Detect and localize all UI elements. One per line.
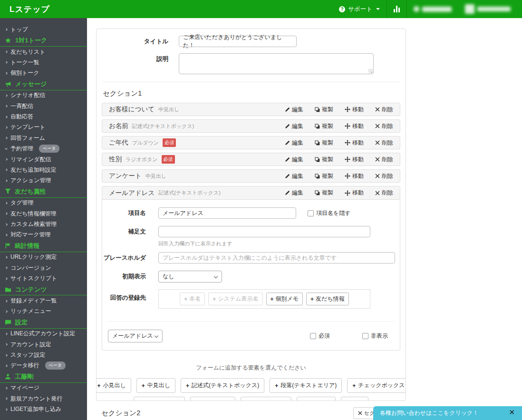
delete-button[interactable]: 削除 bbox=[375, 156, 393, 164]
add-textbox-button[interactable]: 記述式(テキストボックス) bbox=[181, 378, 264, 393]
sidebar-item-my-page[interactable]: マイページ bbox=[0, 383, 87, 393]
sidebar-item-friend-list[interactable]: 友だちリスト bbox=[0, 47, 87, 57]
sidebar-item-media-list[interactable]: 登録メディア一覧 bbox=[0, 295, 87, 306]
sidebar-item-friend-add-settings[interactable]: 友だち追加時設定 bbox=[0, 165, 87, 175]
duplicate-button[interactable]: 複製 bbox=[315, 156, 333, 164]
delete-button[interactable]: 削除 bbox=[375, 106, 393, 114]
sidebar-item-reminder[interactable]: リマインダ配信 bbox=[0, 154, 87, 165]
megaphone-icon bbox=[5, 81, 11, 88]
hide-item-name-checkbox[interactable] bbox=[308, 210, 314, 216]
element-type-select[interactable]: メールアドレス bbox=[108, 330, 163, 342]
edit-button[interactable]: 編集 bbox=[285, 189, 303, 197]
add-textarea-button[interactable]: 段落(テキストエリア) bbox=[270, 378, 342, 393]
hidden-checkbox-label: 非表示 bbox=[371, 332, 388, 340]
add-checkbox-button[interactable]: チェックボックス bbox=[347, 378, 406, 393]
item-name-input[interactable]: メールアドレス bbox=[158, 207, 296, 219]
move-button[interactable]: 移動 bbox=[345, 122, 364, 130]
duplicate-button[interactable]: 複製 bbox=[315, 189, 333, 197]
delete-button[interactable]: 削除 bbox=[375, 139, 393, 147]
add-small-heading-button[interactable]: 小見出し bbox=[96, 378, 131, 393]
form-title-input[interactable]: ご来店いただきありがとうございました！ bbox=[179, 36, 297, 47]
sidebar-item-broadcast[interactable]: 一斉配信 bbox=[0, 101, 87, 111]
edit-button[interactable]: 編集 bbox=[285, 139, 303, 147]
sidebar-item-individual-talk[interactable]: 個別トーク bbox=[0, 68, 87, 78]
close-icon[interactable]: ✕ bbox=[509, 409, 515, 416]
sidebar-item-rich-menu[interactable]: リッチメニュー bbox=[0, 306, 87, 317]
hidden-checkbox[interactable] bbox=[362, 333, 368, 339]
required-checkbox[interactable] bbox=[310, 333, 316, 339]
move-button[interactable]: 移動 bbox=[345, 106, 364, 114]
sidebar-item-template[interactable]: テンプレート bbox=[0, 122, 87, 133]
sidebar-item-tag-manage[interactable]: タグ管理 bbox=[0, 198, 87, 208]
add-radio-button[interactable]: ラジオボタン bbox=[134, 397, 185, 401]
stats-button[interactable] bbox=[387, 0, 406, 18]
pencil-icon bbox=[285, 174, 290, 179]
form-description-textarea[interactable] bbox=[179, 53, 374, 74]
sidebar-item-data-migration[interactable]: データ移行ベータ bbox=[0, 361, 87, 371]
answer-dest-box: 本名 システム表示名 個別メモ 友だち情報 bbox=[158, 289, 370, 309]
edit-button[interactable]: 編集 bbox=[285, 106, 303, 114]
duplicate-button[interactable]: 複製 bbox=[315, 122, 333, 130]
element-name: ご年代 bbox=[109, 138, 128, 147]
edit-button[interactable]: 編集 bbox=[285, 122, 303, 130]
x-icon bbox=[375, 140, 380, 145]
sidebar-item-custom-search[interactable]: カスタム検索管理 bbox=[0, 219, 87, 229]
initial-display-select[interactable]: なし bbox=[158, 271, 222, 283]
sidebar-item-top[interactable]: トップ bbox=[0, 24, 87, 35]
sidebar-item-support-mark[interactable]: 対応マーク管理 bbox=[0, 230, 87, 240]
redacted-account-id[interactable] bbox=[407, 0, 458, 18]
add-friend-info-button[interactable]: 友だち情報 bbox=[306, 293, 349, 305]
sidebar-item-liget[interactable]: LIGET追加申し込み bbox=[0, 404, 87, 414]
move-button[interactable]: 移動 bbox=[345, 189, 364, 197]
sidebar-item-action-manage[interactable]: アクション管理 bbox=[0, 176, 87, 186]
duplicate-button[interactable]: 複製 bbox=[315, 172, 333, 180]
clone-icon bbox=[315, 190, 320, 195]
clone-icon bbox=[315, 124, 320, 129]
element-row-survey-heading: アンケート 中見出し 編集 複製 移動 削除 bbox=[102, 169, 400, 183]
delete-button[interactable]: 削除 bbox=[375, 122, 393, 130]
delete-button[interactable]: 削除 bbox=[375, 189, 393, 197]
contact-toast-message[interactable]: 各種お問い合わせはここをクリック！ bbox=[380, 409, 478, 417]
sidebar-item-auto-reply[interactable]: 自動応答 bbox=[0, 111, 87, 122]
sidebar-item-reservation[interactable]: 予約管理ベータ bbox=[0, 144, 87, 154]
add-date-button[interactable]: 日付 bbox=[341, 397, 368, 401]
redacted-user-menu[interactable] bbox=[458, 0, 522, 18]
support-menu[interactable]: ? サポート bbox=[332, 0, 387, 18]
duplicate-button[interactable]: 複製 bbox=[315, 139, 333, 147]
add-pulldown-button[interactable]: プルダウン bbox=[190, 397, 235, 401]
move-button[interactable]: 移動 bbox=[345, 139, 364, 147]
sidebar-item-talk-list[interactable]: トーク一覧 bbox=[0, 57, 87, 68]
sidebar-item-account-settings[interactable]: アカウント設定 bbox=[0, 339, 87, 350]
sidebar-section-contents: コンテンツ bbox=[0, 284, 87, 296]
add-system-display-name-button[interactable]: システム表示名 bbox=[208, 293, 262, 305]
delete-button[interactable]: 削除 bbox=[375, 172, 393, 180]
sidebar-item-new-account[interactable]: 新規アカウント発行 bbox=[0, 393, 87, 404]
duplicate-button[interactable]: 複製 bbox=[315, 106, 333, 114]
add-prefecture-button[interactable]: 都道府県 bbox=[297, 397, 336, 401]
element-type: 記述式(テキストボックス) bbox=[158, 189, 220, 196]
supplement-input[interactable] bbox=[158, 226, 370, 237]
add-medium-heading-button[interactable]: 中見出し bbox=[136, 378, 175, 393]
title-label: タイトル bbox=[102, 36, 168, 48]
contact-toast: 各種お問い合わせはここをクリック！ ✕ bbox=[373, 406, 522, 420]
plus-icon bbox=[310, 296, 314, 303]
sidebar-item-scenario[interactable]: シナリオ配信 bbox=[0, 90, 87, 101]
sidebar-item-line-official[interactable]: LINE公式アカウント設定 bbox=[0, 329, 87, 339]
sidebar-item-site-script[interactable]: サイトスクリプト bbox=[0, 273, 87, 283]
move-button[interactable]: 移動 bbox=[345, 156, 364, 164]
edit-button[interactable]: 編集 bbox=[285, 156, 303, 164]
sidebar-item-answer-form[interactable]: 回答フォーム bbox=[0, 133, 87, 143]
sidebar-item-staff-settings[interactable]: スタッフ設定 bbox=[0, 350, 87, 360]
placeholder-input[interactable]: プレースホルダはテキスト入力欄にこのように表示される文章です bbox=[158, 252, 395, 264]
edit-button[interactable]: 編集 bbox=[285, 172, 303, 180]
add-realname-button[interactable]: 本名 bbox=[180, 293, 205, 305]
plus-icon bbox=[302, 401, 305, 401]
sidebar-item-url-click[interactable]: URLクリック測定 bbox=[0, 252, 87, 263]
sidebar-item-friend-info[interactable]: 友だち情報欄管理 bbox=[0, 208, 87, 219]
sidebar-item-conversion[interactable]: コンバージョン bbox=[0, 263, 87, 273]
move-button[interactable]: 移動 bbox=[345, 172, 364, 180]
element-name: 性別 bbox=[109, 155, 122, 164]
add-file-attach-button[interactable]: ファイル添付 bbox=[241, 397, 291, 401]
add-individual-memo-button[interactable]: 個別メモ bbox=[266, 293, 303, 305]
app-logo[interactable]: Lステップ bbox=[10, 4, 50, 15]
